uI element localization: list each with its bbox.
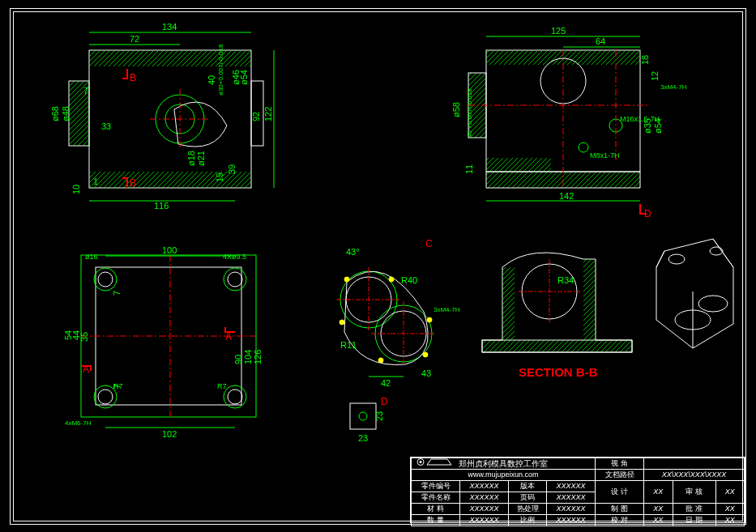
sec-b: B — [130, 177, 136, 189]
s0v2: XX — [715, 481, 744, 504]
r3v2: XXXXXX — [547, 515, 596, 526]
svg-point-30 — [94, 268, 117, 291]
dim: M8x1-7H — [590, 151, 620, 160]
svg-point-29 — [98, 272, 113, 287]
iso-view — [656, 239, 733, 348]
dim: 92 — [251, 112, 261, 121]
dim: 7 — [112, 291, 122, 296]
dim: ø30+0.007/-0.018 — [217, 44, 224, 96]
svg-point-66 — [668, 254, 685, 264]
dim: ø18 — [186, 151, 196, 166]
drawing-svg: 134 72 40 122 92 39 19 ø68 ø48 ø54 ø46 ø… — [0, 0, 756, 532]
s0v: XX — [644, 481, 673, 504]
dim: 125 — [551, 26, 566, 36]
dim: 10 — [71, 185, 81, 194]
r1k2: 页码 — [509, 492, 547, 504]
dim: ø58 — [451, 102, 461, 117]
svg-rect-58 — [482, 340, 632, 352]
s0k2: 审 核 — [673, 481, 715, 504]
dim: M16x1.5-7H — [620, 115, 660, 123]
projection-symbol — [644, 458, 745, 470]
sec-b: B — [130, 72, 136, 83]
proj-label: 视 角 — [596, 458, 644, 470]
r2k: 材 料 — [412, 504, 460, 515]
dim: 122 — [263, 107, 273, 121]
dim: 19 — [215, 172, 224, 182]
label-c: C — [425, 238, 433, 249]
dim: 18 — [640, 55, 650, 65]
title-block: 郑州贞利模具数控工作室 视 角 www.mujupeixun.com 文档路径 … — [410, 457, 745, 523]
dim: 42 — [381, 378, 391, 388]
svg-rect-59 — [502, 267, 515, 340]
url: www.mujupeixun.com — [412, 470, 596, 481]
svg-point-49 — [378, 358, 383, 363]
svg-point-35 — [228, 389, 242, 404]
dim: 11 — [464, 164, 474, 174]
route-label: 文档路径 — [596, 470, 644, 481]
r2v: XXXXXX — [460, 504, 509, 515]
dim: 64 — [596, 36, 605, 46]
r1v: XXXXXX — [460, 492, 509, 504]
r0v: XXXXXX — [460, 481, 509, 492]
dim: 43° — [346, 247, 360, 257]
dim: ø68 — [50, 106, 60, 121]
svg-point-48 — [423, 352, 428, 357]
dim: 33 — [101, 121, 111, 131]
dim: R11 — [340, 340, 357, 350]
section-label: SECTION B-B — [519, 365, 598, 379]
r0k2: 版本 — [509, 481, 547, 492]
section-bb — [482, 253, 632, 352]
svg-point-65 — [698, 296, 728, 312]
s2v2: XX — [715, 515, 744, 526]
detail-c-dims: 43° R40 3xM4-7H R11 42 43 — [340, 247, 460, 388]
s1v2: XX — [715, 504, 744, 515]
sec-a: A — [225, 331, 232, 343]
r2v2: XXXXXX — [547, 504, 596, 515]
dim: 4xM6-7H — [65, 419, 92, 427]
svg-rect-56 — [350, 403, 376, 429]
dim: ø46 — [231, 70, 241, 85]
dim: ø21 — [196, 151, 206, 166]
dim: 72 — [130, 34, 139, 44]
dim: 4Xø9.5 — [223, 253, 246, 261]
dim: 142 — [559, 191, 574, 201]
r3v: XXXXXX — [460, 515, 509, 526]
dim: 43 — [421, 368, 431, 378]
dim: 7 — [112, 384, 122, 389]
dim: ø48 — [61, 106, 70, 121]
r1k: 零件名称 — [412, 492, 460, 504]
s2v: XX — [644, 515, 673, 526]
s0k: 设 计 — [596, 481, 644, 504]
svg-point-20 — [579, 143, 588, 152]
detail-c — [336, 267, 436, 366]
r3k2: 比例 — [509, 515, 547, 526]
dim: 104 — [243, 350, 253, 364]
dim: 39 — [227, 164, 237, 174]
label-d: D — [381, 396, 388, 407]
cad-drawing-canvas: 134 72 40 122 92 39 19 ø68 ø48 ø54 ø46 ø… — [0, 0, 756, 532]
dim: 12 — [650, 71, 660, 81]
dim: 90 — [233, 355, 243, 364]
svg-point-31 — [228, 272, 242, 287]
dim: 126 — [253, 350, 263, 364]
r0v2: XXXXXX — [547, 481, 596, 492]
s2k: 校 对 — [596, 515, 644, 526]
dim: 134 — [162, 22, 177, 32]
svg-rect-17 — [486, 158, 551, 172]
dim: 7 — [83, 86, 88, 96]
dim: 1 — [93, 177, 98, 186]
route-val: XX\XXX\XXX\XXXX — [644, 470, 745, 481]
dim: 3xM4-7H — [660, 83, 687, 91]
dim: 100 — [162, 245, 177, 255]
dim: 116 — [154, 201, 169, 211]
svg-point-50 — [340, 320, 344, 325]
dim: 3xM4-7H — [434, 306, 460, 313]
r2k2: 热处理 — [509, 504, 547, 515]
svg-point-32 — [224, 268, 246, 291]
r1v2: XXXXXX — [547, 492, 596, 504]
svg-point-67 — [710, 247, 723, 255]
svg-point-57 — [359, 412, 367, 420]
s1v: XX — [644, 504, 673, 515]
s1k2: 批 准 — [673, 504, 715, 515]
r0k: 零件编号 — [412, 481, 460, 492]
